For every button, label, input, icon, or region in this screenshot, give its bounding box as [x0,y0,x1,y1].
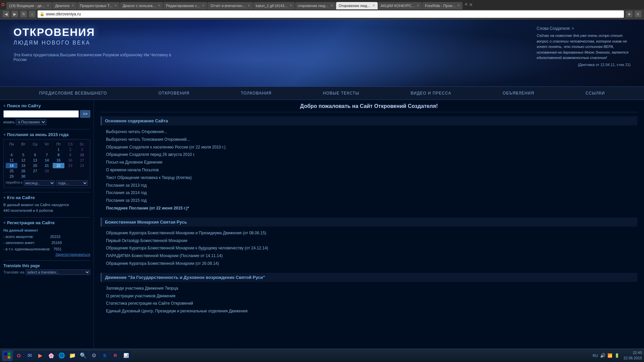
tab-dialogi[interactable]: Диалоги ✕ [52,2,77,9]
cal-day[interactable]: 21 [41,163,53,168]
tab-otchet[interactable]: Отчет и впечатлен... ✕ [208,2,253,9]
taskbar-volume-icon[interactable]: 🔊 [600,353,605,358]
cal-day[interactable]: 19 [17,163,29,168]
link-obr-kurator-aug[interactable]: Обращение Куратора Божественной Монархии… [106,260,637,267]
cal-day[interactable]: 2 [64,147,76,152]
link-obr-kurator-jun[interactable]: Обращение Куратора Божественной Монархии… [106,229,637,237]
cal-day[interactable]: 14 [41,158,53,163]
link-posled-poslanie[interactable]: Последнее Послание (от 22 июня 2015 г.)* [106,204,637,212]
cal-day[interactable] [53,168,64,174]
cal-day[interactable]: 5 [17,152,29,158]
cal-day[interactable] [41,147,53,152]
taskbar-battery-icon[interactable]: 🔋 [614,353,620,358]
link-obrashenie-2010[interactable]: Обращение Создателя к населению России (… [106,143,637,151]
link-zapovedi[interactable]: Заповеди участника Движения Творца [106,285,637,292]
taskbar-icon-mail[interactable]: ✉ [25,351,34,360]
tab-otkr1[interactable]: откровения люд... ✕ [295,2,336,9]
link-vyborochno-otkr[interactable]: Выборочно читать Откровения... [106,128,637,136]
cal-day[interactable]: 30 [17,174,29,179]
close-icon[interactable]: ✕ [158,4,160,7]
cal-day[interactable]: 18 [6,163,17,168]
taskbar-icon-opera[interactable]: O [14,351,23,360]
cal-day[interactable] [17,147,29,152]
cal-day[interactable]: 11 [6,158,17,163]
cal-day[interactable] [29,174,41,179]
nav-item-otkroveniya[interactable]: ОТКРОВЕНИЯ [155,91,193,96]
taskbar-icon-folder[interactable]: 📁 [68,351,77,360]
start-button[interactable] [2,350,13,361]
close-icon[interactable]: ✕ [202,4,205,7]
home-button[interactable]: ⌂ [29,11,36,17]
settings-button[interactable]: ≡ [635,11,641,17]
cal-day[interactable]: 3 [76,147,88,152]
cal-day[interactable]: 4 [6,152,17,158]
link-statistika[interactable]: Статистика регистрации на Сайте Откровен… [106,300,637,307]
close-icon[interactable]: ✕ [330,4,333,7]
taskbar-icon-flower[interactable]: 🌸 [46,351,56,360]
close-icon[interactable]: ✕ [248,4,250,7]
cal-day[interactable] [53,174,64,179]
cal-year-select[interactable]: года... [56,180,88,186]
link-poslaniya-2013[interactable]: Послания за 2013 год [106,182,637,189]
cal-day[interactable]: 20 [29,163,41,168]
close-icon[interactable]: ✕ [417,4,419,7]
search-scope-select[interactable]: в Посланиях [16,119,46,125]
tab-incoming[interactable]: (19) Входящие - де... ✕ [6,2,52,9]
link-poslaniya-2014[interactable]: Послания за 2014 год [106,189,637,197]
tab-otkr2[interactable]: Откровения люд... ✕ [336,2,378,9]
cal-day[interactable]: 9 [64,152,76,158]
cal-day[interactable] [64,174,76,179]
link-posyl-edinenie[interactable]: Посыл на Духовное Единение [106,159,637,166]
link-o-registracii[interactable]: О регистрации участников Движения [106,292,637,300]
nav-item-obyavleniya[interactable]: ОБЪЯВЛЕНИЯ [499,91,538,96]
taskbar-icon-r[interactable]: R [111,351,120,360]
link-ediny-dukh[interactable]: Единый Духовный Центр, Президиум и регио… [106,307,637,315]
taskbar-icon-excel[interactable]: 📊 [121,351,131,360]
taskbar-icon-ie[interactable]: 🌐 [57,351,66,360]
taskbar-network-icon[interactable]: 📶 [607,353,612,358]
cal-day[interactable] [41,174,53,179]
cal-day[interactable]: 24 [76,163,88,168]
cal-day[interactable]: 10 [76,152,88,158]
cal-day[interactable]: 12 [17,158,29,163]
close-icon[interactable]: ✕ [47,4,49,7]
close-icon[interactable]: ✕ [457,4,460,7]
search-button[interactable]: >> [80,110,90,118]
link-poslaniya-2015[interactable]: Послания за 2015 год [106,197,637,204]
forward-button[interactable]: ▶ [11,11,18,17]
cal-day[interactable]: 16 [64,158,76,163]
cal-day[interactable] [64,168,76,174]
cal-day[interactable]: 29 [6,174,17,179]
close-icon[interactable]: ✕ [372,4,375,7]
link-vremya-posylov[interactable]: О времени начала Посылов [106,166,637,174]
cal-day[interactable]: 7 [41,152,53,158]
new-tab-button[interactable]: + [464,1,468,8]
link-obr-budusch[interactable]: Обращение Куратора Божественной Монархии… [106,244,637,252]
taskbar-clock[interactable]: 22:45 22.06.2015 [624,350,642,361]
cal-day[interactable]: 23 [64,163,76,168]
cal-day[interactable]: 15 [53,158,64,163]
cal-day[interactable]: 8 [53,152,64,158]
register-link[interactable]: Зарегистрироваться [3,252,90,256]
cal-day[interactable]: 28 [41,168,53,174]
back-button[interactable]: ◀ [3,11,9,17]
cal-day[interactable]: 22 [53,163,64,168]
tab-edit[interactable]: Редактирование с... ✕ [163,2,208,9]
tab-katun[interactable]: katun_1.gif (4143... ✕ [253,2,295,9]
translator-select[interactable]: select a translator... [26,269,90,275]
address-bar[interactable]: 🔒 www.otkroveniya.ru [38,10,624,18]
cal-day[interactable]: 26 [17,168,29,174]
cal-day[interactable] [29,147,41,152]
close-icon[interactable]: ✕ [71,4,74,7]
close-icon[interactable]: ✕ [114,4,117,7]
link-oktazdr[interactable]: Первый Октазёдр Божественной Монархии [106,237,637,245]
tab-freeride[interactable]: FreeRide - Прои... ✕ [422,2,463,9]
reload-button[interactable]: ↻ [20,11,27,17]
cal-day[interactable] [76,174,88,179]
cal-day[interactable] [76,168,88,174]
cal-day[interactable]: 6 [29,152,41,158]
cal-day[interactable]: 27 [29,168,41,174]
close-window-button[interactable]: ✕ [469,2,473,7]
cal-day[interactable]: 1 [53,147,64,152]
link-obrashenie-avg[interactable]: Обращение Создателя перед 26 августа 201… [106,151,637,159]
